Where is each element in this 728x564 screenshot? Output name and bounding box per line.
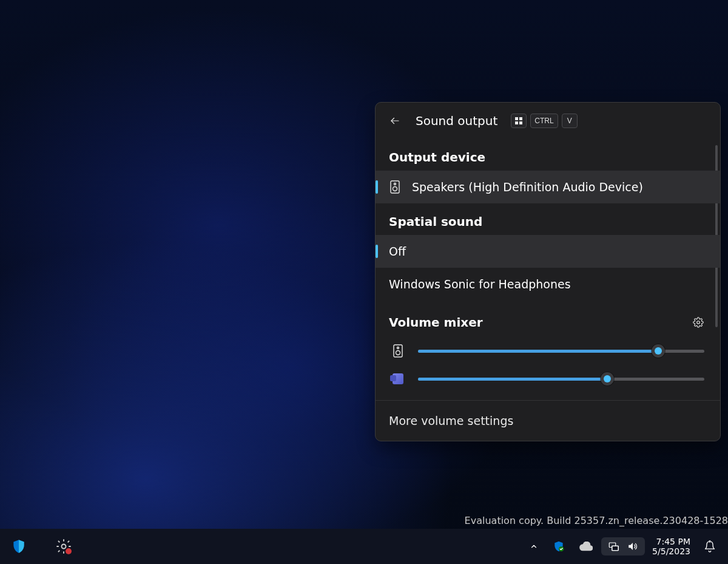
svg-point-7 [393,187,397,191]
spatial-sound-sonic-label: Windows Sonic for Headphones [389,277,571,291]
chevron-up-icon [530,542,538,551]
back-button[interactable] [386,112,403,129]
speaker-icon[interactable] [391,344,405,358]
svg-point-11 [396,351,400,355]
svg-point-8 [697,321,700,324]
svg-rect-2 [519,117,522,120]
svg-point-13 [66,548,72,554]
tray-network-sound[interactable] [601,537,645,556]
spatial-sound-option-off[interactable]: Off [376,235,720,268]
taskbar-clock[interactable]: 7:45 PM 5/5/2023 [647,534,695,559]
network-icon [607,541,619,552]
evaluation-watermark: Evaluation copy. Build 25357.zn_release.… [465,515,728,528]
mixer-row-teams [376,365,720,393]
shield-icon [11,539,27,554]
security-icon[interactable] [8,536,29,557]
spatial-sound-off-label: Off [389,245,406,258]
spatial-sound-heading: Spatial sound [376,203,720,235]
output-device-heading: Output device [376,139,720,171]
tray-security-icon[interactable] [547,537,571,556]
volume-mixer-heading: Volume mixer [389,315,483,330]
mixer-slider-system[interactable] [418,345,704,357]
more-volume-settings-label: More volume settings [389,414,513,427]
svg-point-6 [394,183,396,185]
flyout-header: Sound output CTRL V [376,103,720,139]
svg-rect-16 [612,546,619,551]
clock-date: 5/5/2023 [652,546,690,556]
cloud-icon [579,542,593,551]
output-device-option[interactable]: Speakers (High Definition Audio Device) [376,171,720,203]
flyout-title: Sound output [416,114,497,128]
shortcut-hint: CTRL V [511,114,577,128]
volume-mixer-header: Volume mixer [376,301,720,337]
svg-marker-18 [629,543,633,550]
focus-assist-icon[interactable] [698,537,722,556]
svg-rect-1 [515,117,518,120]
tray-overflow-button[interactable] [524,539,544,554]
tray-onedrive-icon[interactable] [573,538,599,555]
arrow-left-icon [389,115,400,126]
taskbar: 7:45 PM 5/5/2023 [0,529,728,564]
taskbar-right: 7:45 PM 5/5/2023 [524,534,722,559]
key-win [511,114,527,128]
taskbar-left [8,536,74,557]
more-volume-settings-link[interactable]: More volume settings [376,401,720,441]
svg-rect-4 [519,121,522,124]
svg-rect-3 [515,121,518,124]
mixer-row-system [376,337,720,365]
clock-time: 7:45 PM [652,537,690,546]
speaker-device-icon [389,180,401,194]
windows-icon [515,117,522,124]
volume-icon [627,541,639,552]
mixer-slider-teams[interactable] [418,373,704,385]
settings-gear-icon[interactable] [53,536,74,557]
notification-snooze-icon [704,540,716,552]
teams-icon[interactable] [391,372,405,386]
flyout-body: Output device Speakers (High Definition … [376,139,720,441]
key-v: V [562,114,578,128]
spatial-sound-option-sonic[interactable]: Windows Sonic for Headphones [376,268,720,301]
sound-output-flyout: Sound output CTRL V Output device Speake… [375,102,721,441]
shield-check-icon [553,540,565,552]
key-ctrl: CTRL [530,114,558,128]
output-device-label: Speakers (High Definition Audio Device) [412,180,643,194]
svg-point-10 [397,347,399,349]
mixer-settings-button[interactable] [690,314,707,331]
gear-icon [693,317,704,328]
